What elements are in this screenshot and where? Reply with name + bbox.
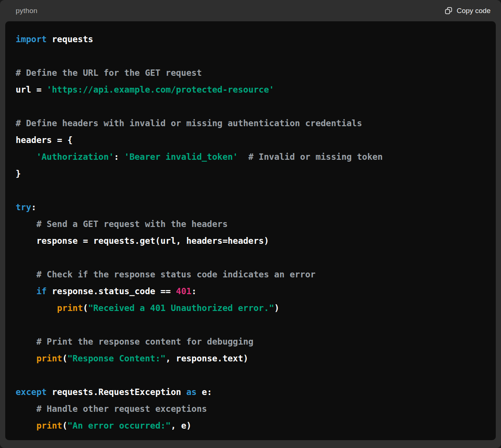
code-line: print("Response Content:", response.text… [16,350,485,367]
code-token-plain: : [31,202,37,212]
code-line: # Send a GET request with the headers [16,216,485,233]
code-token-keyword: import [16,34,47,44]
code-line: # Define the URL for the GET request [16,65,485,81]
code-token-plain: } [16,169,21,178]
code-line: print("An error occurred:", e) [16,417,485,434]
code-token-string: "An error occurred:" [68,421,171,430]
code-line [16,367,485,384]
code-token-comment: # Define headers with invalid or missing… [16,118,362,128]
code-token-string: 'Authorization' [36,152,114,162]
code-token-plain [238,152,248,162]
code-token-plain: , response.text) [166,354,249,363]
code-line: import requests [16,31,485,48]
code-line: print("Received a 401 Unauthorized error… [16,300,485,317]
code-token-plain: : [192,286,197,296]
code-line [16,98,485,115]
code-line: url = 'https://api.example.com/protected… [16,81,485,98]
code-token-plain [16,219,36,229]
code-area: import requests # Define the URL for the… [5,21,496,440]
code-token-keyword: try [16,202,31,212]
code-line [16,48,485,65]
code-line [16,182,485,199]
code-line: # Handle other request exceptions [16,401,485,417]
code-line: if response.status_code == 401: [16,283,485,300]
code-token-plain: response = requests.get(url, headers=hea… [16,236,269,246]
code-line: # Check if the response status code indi… [16,266,485,283]
code-token-plain: , e) [171,421,191,430]
code-token-plain [16,303,57,313]
code-token-plain: ( [62,421,68,430]
code-token-plain [16,354,36,363]
code-token-keyword: if [36,286,47,296]
code-token-plain: e: [197,387,212,397]
copy-code-label: Copy code [457,7,491,15]
code-token-plain: requests.RequestException [47,387,186,397]
code-token-keyword: as [186,387,197,397]
code-block-header: python Copy code [0,0,501,21]
code-token-plain: ( [83,303,88,313]
code-token-plain: response.status_code == [47,286,176,296]
code-token-builtin: print [36,354,62,363]
code-token-string: 'Bearer invalid_token' [124,152,238,162]
code-token-plain [16,421,36,430]
code-line: } [16,165,485,182]
code-token-plain: : [114,152,124,162]
code-token-plain: ( [62,354,68,363]
copy-icon [445,7,452,15]
code-token-plain [16,337,36,346]
language-label: python [16,7,37,15]
code-token-plain: requests [47,34,93,44]
code-line: except requests.RequestException as e: [16,384,485,401]
code-token-plain: url = [16,85,47,94]
code-token-plain [16,152,36,162]
code-token-plain: ) [274,303,279,313]
code-token-number: 401 [176,286,192,296]
code-token-plain [16,286,36,296]
code-line [16,249,485,266]
code-token-builtin: print [36,421,62,430]
code-token-comment: # Send a GET request with the headers [36,219,227,229]
code-token-comment: # Invalid or missing token [248,152,383,162]
code-block: python Copy code import requests # Defin… [0,0,501,448]
code-token-comment: # Handle other request exceptions [36,404,207,414]
code-line: # Print the response content for debuggi… [16,333,485,350]
code-line: response = requests.get(url, headers=hea… [16,233,485,249]
code-token-plain: headers = { [16,135,72,145]
code-line: headers = { [16,132,485,149]
code-line: # Define headers with invalid or missing… [16,115,485,132]
code-token-string: "Response Content:" [68,354,166,363]
code-token-plain [16,270,36,279]
code-token-comment: # Check if the response status code indi… [36,270,315,279]
code-token-plain [16,404,36,414]
copy-code-button[interactable]: Copy code [445,7,491,15]
code-token-keyword: except [16,387,47,397]
code-line: try: [16,199,485,216]
code-line: 'Authorization': 'Bearer invalid_token' … [16,149,485,165]
code-line [16,317,485,333]
code-token-builtin: print [57,303,83,313]
code-token-string: 'https://api.example.com/protected-resou… [47,85,274,94]
code-token-string: "Received a 401 Unauthorized error." [88,303,274,313]
code-token-comment: # Define the URL for the GET request [16,68,202,78]
code-token-comment: # Print the response content for debuggi… [36,337,253,346]
